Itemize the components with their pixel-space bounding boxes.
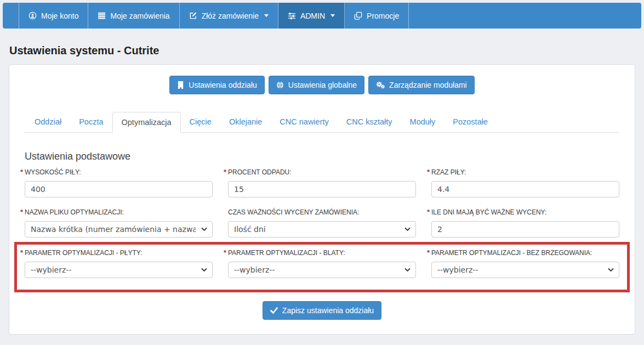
field-label: *PROCENT ODPADU: [228, 168, 416, 176]
required-marker: * [224, 249, 228, 257]
select-wrap: Ilość dni [228, 221, 416, 237]
field-label-text: NAZWA PLIKU OPTYMALIZACJI: [25, 208, 124, 216]
nav-item-label: Moje konto [41, 12, 78, 20]
required-marker: * [20, 168, 25, 176]
tab-oklejanie[interactable]: Oklejanie [220, 112, 271, 133]
button-label: Ustawienia globalne [288, 81, 357, 89]
field-label-text: ILE DNI MAJĄ BYĆ WAŻNE WYCENY: [431, 208, 546, 216]
cogs-icon [376, 81, 385, 89]
settings-tabs: Oddział Poczta Optymalizacja Cięcie Okle… [25, 112, 619, 133]
required-marker: * [224, 168, 228, 176]
field-ile-dni-wazne-wyceny: *ILE DNI MAJĄ BYĆ WAŻNE WYCENY: [431, 208, 619, 237]
required-marker: * [427, 168, 431, 176]
nav-item-moje-konto[interactable]: Moje konto [19, 3, 88, 29]
nav-item-label: ADMIN [300, 12, 325, 20]
field-label: CZAS WAŻNOŚCI WYCENY ZAMÓWIENIA: [228, 208, 416, 216]
page-title: Ustawienia systemu - Cutrite [9, 44, 644, 57]
ile-dni-wazne-wyceny-input[interactable] [431, 221, 619, 237]
save-row: Zapisz ustawienia oddziału [25, 301, 619, 320]
nav-item-label: Promocje [367, 12, 399, 20]
field-label-text: PARAMETR OPTYMALIZACJI - BLATY: [228, 249, 345, 257]
field-czas-waznosci-wyceny: CZAS WAŻNOŚCI WYCENY ZAMÓWIENIA: Ilość d… [228, 208, 416, 237]
field-label: *WYSOKOŚĆ PIŁY: [25, 168, 213, 176]
field-label-text: CZAS WAŻNOŚCI WYCENY ZAMÓWIENIA: [228, 208, 359, 216]
nav-item-label: Moje zamówienia [110, 12, 169, 20]
tab-pozostale[interactable]: Pozostałe [444, 112, 497, 133]
global-settings-button[interactable]: Ustawienia globalne [269, 76, 364, 94]
nazwa-pliku-optymalizacji-select[interactable]: Nazwa krótka (numer zamówienia + nazwa f… [25, 221, 213, 237]
settings-panel: Ustawienia oddziału Ustawienia globalne [9, 64, 635, 335]
module-management-button[interactable]: Zarządzanie modułami [368, 76, 475, 94]
field-label: *PARAMETR OPTYMALIZACJI - BLATY: [228, 249, 416, 257]
navbar-lead-segment [3, 3, 19, 29]
rzaz-pily-input[interactable] [431, 181, 619, 197]
select-wrap: --wybierz-- [431, 262, 619, 278]
nav-item-promocje[interactable]: Promocje [345, 3, 409, 29]
button-label: Zapisz ustawienia oddziału [282, 306, 374, 315]
tab-cnc-nawierty[interactable]: CNC nawierty [271, 112, 337, 133]
parametr-optymalizacji-plyty-select[interactable]: --wybierz-- [25, 262, 213, 278]
field-wysokosc-pily: *WYSOKOŚĆ PIŁY: [25, 168, 213, 197]
nav-item-moje-zamowienia[interactable]: Moje zamówienia [88, 3, 179, 29]
select-wrap: --wybierz-- [25, 262, 213, 278]
parametr-optymalizacji-bez-brzegowania-select[interactable]: --wybierz-- [431, 262, 619, 278]
field-parametr-optymalizacji-blaty: *PARAMETR OPTYMALIZACJI - BLATY: --wybie… [228, 249, 416, 278]
required-marker: * [427, 208, 431, 216]
save-branch-settings-button[interactable]: Zapisz ustawienia oddziału [263, 301, 381, 320]
user-circle-icon [29, 12, 37, 20]
section-title: Ustawienia podstawowe [25, 151, 619, 162]
required-marker: * [20, 249, 25, 257]
field-label: *PARAMETR OPTYMALIZACJI - PŁYTY: [25, 249, 213, 257]
field-label: *NAZWA PLIKU OPTYMALIZACJI: [25, 208, 213, 216]
field-label-text: RZAZ PIŁY: [431, 168, 466, 176]
field-nazwa-pliku-optymalizacji: *NAZWA PLIKU OPTYMALIZACJI: Nazwa krótka… [25, 208, 213, 237]
wysokosc-pily-input[interactable] [25, 181, 213, 197]
navbar: Moje konto Moje zamówienia Złóż zamówien… [3, 3, 641, 29]
globe-icon [276, 81, 284, 89]
field-label: *RZAZ PIŁY: [431, 168, 619, 176]
parametr-optymalizacji-blaty-select[interactable]: --wybierz-- [228, 262, 416, 278]
form-row-3: *PARAMETR OPTYMALIZACJI - PŁYTY: --wybie… [25, 249, 619, 278]
tab-optymalizacja[interactable]: Optymalizacja [112, 112, 181, 133]
button-label: Zarządzanie modułami [389, 81, 467, 89]
field-procent-odpadu: *PROCENT ODPADU: [228, 168, 416, 197]
actions-row: Ustawienia oddziału Ustawienia globalne [25, 76, 619, 94]
select-wrap: Nazwa krótka (numer zamówienia + nazwa f… [25, 221, 213, 237]
highlight-box: *PARAMETR OPTYMALIZACJI - PŁYTY: --wybie… [14, 242, 630, 292]
nav-item-admin[interactable]: ADMIN [278, 3, 345, 29]
building-icon [177, 81, 184, 89]
czas-waznosci-wyceny-select[interactable]: Ilość dni [228, 221, 416, 237]
tab-cnc-ksztalty[interactable]: CNC kształty [338, 112, 401, 133]
caret-down-icon [264, 14, 269, 17]
tab-moduly[interactable]: Moduły [401, 112, 444, 133]
field-label-text: PARAMETR OPTYMALIZACJI - BEZ BRZEGOWANIA… [431, 249, 592, 257]
nav-item-label: Złóż zamówienie [202, 12, 259, 20]
panel-bottom-spacer [25, 320, 619, 332]
copy-icon [354, 12, 362, 20]
edit-icon [189, 12, 197, 20]
check-icon [270, 307, 278, 314]
field-parametr-optymalizacji-bez-brzegowania: *PARAMETR OPTYMALIZACJI - BEZ BRZEGOWANI… [431, 249, 619, 278]
tab-oddzial[interactable]: Oddział [26, 112, 70, 133]
tab-poczta[interactable]: Poczta [70, 112, 112, 133]
field-label-text: WYSOKOŚĆ PIŁY: [25, 168, 81, 176]
procent-odpadu-input[interactable] [228, 181, 416, 197]
field-label-text: PARAMETR OPTYMALIZACJI - PŁYTY: [25, 249, 142, 257]
nav-item-zloz-zamowienie[interactable]: Złóż zamówienie [180, 3, 278, 29]
button-label: Ustawienia oddziału [189, 81, 257, 89]
sliders-icon [288, 12, 296, 20]
form-row-2: *NAZWA PLIKU OPTYMALIZACJI: Nazwa krótka… [25, 208, 619, 237]
branch-settings-button[interactable]: Ustawienia oddziału [169, 76, 265, 94]
field-parametr-optymalizacji-plyty: *PARAMETR OPTYMALIZACJI - PŁYTY: --wybie… [25, 249, 213, 278]
required-marker: * [427, 249, 431, 257]
field-label-text: PROCENT ODPADU: [228, 168, 292, 176]
field-rzaz-pily: *RZAZ PIŁY: [431, 168, 619, 197]
form-row-1: *WYSOKOŚĆ PIŁY: *PROCENT ODPADU: *RZAZ P… [25, 168, 619, 197]
tab-ciecie[interactable]: Cięcie [181, 112, 220, 133]
list-icon [98, 12, 106, 20]
field-label: *PARAMETR OPTYMALIZACJI - BEZ BRZEGOWANI… [431, 249, 619, 257]
select-wrap: --wybierz-- [228, 262, 416, 278]
field-label: *ILE DNI MAJĄ BYĆ WAŻNE WYCENY: [431, 208, 619, 216]
required-marker: * [20, 208, 25, 216]
caret-down-icon [330, 14, 335, 17]
